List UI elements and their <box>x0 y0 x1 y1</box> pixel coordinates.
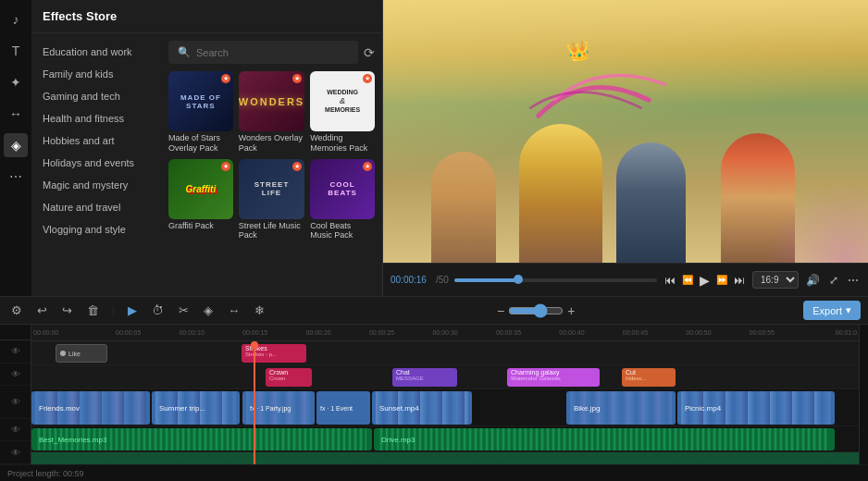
app: ♪ T ✦ ↔ ◈ ⋯ Effects Store Education and … <box>0 0 868 481</box>
step-back-button[interactable]: ⏪ <box>680 273 695 287</box>
category-item[interactable]: Gaming and tech <box>31 85 161 107</box>
zoom-out-button[interactable]: − <box>497 303 504 318</box>
audio-track-eye[interactable]: 👁 <box>0 419 31 442</box>
export-button[interactable]: Export ▾ <box>803 301 861 320</box>
category-item[interactable]: Vlogging and style <box>31 218 161 240</box>
time-display: 00:00:16 <box>391 275 427 285</box>
premium-badge: ★ <box>363 162 372 171</box>
clip-chat[interactable]: Chat MESSAGE <box>392 368 457 387</box>
skip-back-button[interactable]: ⏮ <box>663 272 677 289</box>
category-item[interactable]: Holidays and events <box>31 152 161 174</box>
clip-fx-party[interactable]: fx · 1 Party.jpg <box>242 391 315 425</box>
search-input[interactable] <box>196 47 349 58</box>
delete-button[interactable]: 🗑 <box>83 302 103 319</box>
premium-badge: ★ <box>221 162 230 171</box>
category-item[interactable]: Magic and mystery <box>31 174 161 196</box>
clip-like[interactable]: Like <box>56 344 107 363</box>
effects-body: Education and work Family and kids Gamin… <box>31 33 382 296</box>
clip-label: Chat <box>396 369 410 376</box>
clock-button[interactable]: ⏱ <box>148 302 167 319</box>
redo-button[interactable]: ↪ <box>58 302 76 319</box>
clip-sublabel: Strokes - p... <box>245 352 277 357</box>
zoom-slider[interactable] <box>508 303 564 318</box>
clip-label: Bike.jpg <box>574 404 600 413</box>
clip-charming-galaxy[interactable]: Charming galaxy Watercolor Galaxies <box>507 368 600 387</box>
category-item[interactable]: Family and kids <box>31 63 161 85</box>
overlays-icon[interactable]: ◈ <box>4 133 28 157</box>
search-icon: 🔍 <box>178 46 191 58</box>
video-track-eye[interactable]: 👁 <box>0 386 31 419</box>
refresh-button[interactable]: ⟳ <box>364 45 375 60</box>
effect-item-cool-beats[interactable]: COOLBEATS ★ Cool Beats Music Pack <box>310 159 375 241</box>
category-item[interactable]: Nature and travel <box>31 196 161 218</box>
effect-item-graffiti[interactable]: Graffiti ★ Graffiti Pack <box>168 159 233 241</box>
transitions-icon[interactable]: ↔ <box>4 102 28 126</box>
skip-forward-button[interactable]: ⏭ <box>732 272 747 289</box>
track-labels: 👁 👁 👁 👁 👁 <box>0 325 31 464</box>
waveform-track <box>31 452 859 464</box>
zoom-in-button[interactable]: + <box>567 303 575 318</box>
category-item[interactable]: Health and fitness <box>31 107 161 130</box>
ruler-mark: 00:00:40 <box>540 329 603 336</box>
fullscreen-icon[interactable]: ⤢ <box>827 272 840 289</box>
overlay-track-2-eye[interactable]: 👁 <box>0 364 31 387</box>
progress-fill <box>454 278 519 282</box>
items-grid: MADE OF STARS ★ Made of Stars Overlay Pa… <box>168 71 375 240</box>
ruler-mark: 00:00:15 <box>223 329 286 336</box>
cut-button[interactable]: ✂ <box>175 302 192 319</box>
reverse-button[interactable]: ↔ <box>224 302 243 319</box>
clip-fx-event[interactable]: fx · 1 Event <box>316 391 370 425</box>
effect-item-wonders[interactable]: WONDERS ★ Wonders Overlay Pack <box>239 71 304 154</box>
ruler-mark: 00:00:10 <box>160 329 223 336</box>
overlay-track-eye[interactable]: 👁 <box>0 340 31 364</box>
play-button[interactable]: ▶ <box>698 271 712 290</box>
premium-badge: ★ <box>292 74 302 83</box>
effect-item-street-life[interactable]: STREETLIFE ★ Street Life Music Pack <box>239 159 304 241</box>
text-icon[interactable]: T <box>4 39 28 63</box>
search-row: 🔍 ⟳ <box>168 41 375 64</box>
clip-best-memories[interactable]: Best_Memories.mp3 <box>31 428 372 450</box>
freeze-button[interactable]: ❄ <box>251 302 268 319</box>
effects-icon[interactable]: ✦ <box>4 70 28 94</box>
overlay-track-1: Like Strokes Strokes - p... <box>31 341 859 365</box>
clip-sublabel: Iridesc... <box>626 376 647 381</box>
tracks-area: 00:00:00 00:00:05 00:00:10 00:00:15 00:0… <box>31 325 859 464</box>
clip-cut[interactable]: Cut Iridesc... <box>622 368 676 387</box>
playback-controls: ⏮ ⏪ ▶ ⏩ ⏭ <box>663 271 747 290</box>
clip-sunset[interactable]: Sunset.mp4 <box>372 391 472 425</box>
progress-bar[interactable] <box>454 278 657 282</box>
effect-item-made-of-stars[interactable]: MADE OF STARS ★ Made of Stars Overlay Pa… <box>168 71 233 154</box>
premium-badge: ★ <box>221 74 230 83</box>
more-icon[interactable]: ⋯ <box>4 165 28 189</box>
ruler-mark: 00:00:05 <box>96 329 159 336</box>
timeline: ⚙ ↩ ↪ 🗑 | ▶ ⏱ ✂ ◈ ↔ ❄ − + Export ▾ <box>0 296 868 481</box>
category-item[interactable]: Hobbies and art <box>31 130 161 152</box>
category-item[interactable]: Education and work <box>31 41 161 63</box>
undo-button[interactable]: ↩ <box>33 302 51 319</box>
more-options-icon[interactable]: ⋯ <box>846 272 861 289</box>
clip-friends[interactable]: Friends.mov <box>31 391 150 425</box>
split-button[interactable]: ⚙ <box>7 302 26 319</box>
effect-item-wedding[interactable]: WEDDING&MEMORIES ★ Wedding Memories Pack <box>310 71 375 154</box>
clip-label: Crown <box>269 369 288 376</box>
music-icon[interactable]: ♪ <box>4 7 28 31</box>
search-box[interactable]: 🔍 <box>168 41 358 64</box>
clip-picnic[interactable]: Picnic.mp4 <box>677 391 835 425</box>
clip-label: Drive.mp3 <box>381 436 415 444</box>
aspect-ratio-select[interactable]: 16:9 9:16 1:1 <box>752 271 799 289</box>
step-forward-button[interactable]: ⏩ <box>714 273 729 287</box>
item-label: Cool Beats Music Pack <box>310 221 375 241</box>
play-timeline-button[interactable]: ▶ <box>124 302 141 319</box>
audio-track-2-eye[interactable]: 👁 <box>0 441 31 464</box>
clip-crown[interactable]: Crown Crown <box>266 368 312 387</box>
mark-button[interactable]: ◈ <box>200 302 217 319</box>
clip-summer-trip[interactable]: Summer trip... <box>152 391 240 425</box>
scroll-track[interactable] <box>859 325 868 464</box>
clip-label: Charming galaxy <box>511 369 560 376</box>
clip-drive[interactable]: Drive.mp3 <box>374 428 835 450</box>
clip-strokes[interactable]: Strokes Strokes - p... <box>242 344 306 363</box>
project-length: Project length: 00:59 <box>7 469 84 478</box>
item-label: Street Life Music Pack <box>239 221 304 241</box>
clip-bike[interactable]: Bike.jpg <box>566 391 676 425</box>
volume-icon[interactable]: 🔊 <box>804 272 822 289</box>
